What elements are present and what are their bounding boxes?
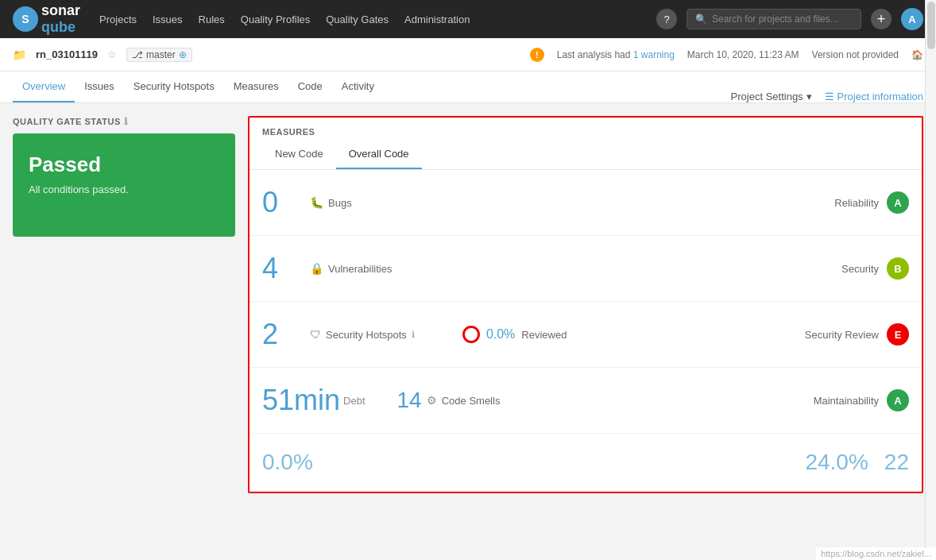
- bottom-pct1: 0.0%: [262, 450, 313, 475]
- topnav: S sonarqube Projects Issues Rules Qualit…: [0, 0, 936, 38]
- project-folder-icon: 📁: [13, 48, 26, 61]
- quality-gate-label: QUALITY GATE STATUS ℹ: [13, 116, 235, 127]
- security-review-grade[interactable]: E: [887, 323, 909, 346]
- topnav-links: Projects Issues Rules Quality Profiles Q…: [99, 14, 470, 25]
- measures-header: MEASURES: [249, 118, 922, 137]
- project-name[interactable]: rn_03101119: [36, 48, 98, 60]
- reliability-label: Reliability: [834, 197, 879, 209]
- project-bar-right: ! Last analysis had 1 warning March 10, …: [530, 48, 923, 62]
- tab-measures[interactable]: Measures: [224, 71, 288, 102]
- nav-administration[interactable]: Administration: [404, 14, 470, 25]
- nav-quality-gates[interactable]: Quality Gates: [326, 14, 389, 25]
- quality-gate-description: All conditions passed.: [29, 183, 219, 195]
- maintainability-grade[interactable]: A: [887, 389, 909, 411]
- quality-gate-status: Passed: [29, 153, 219, 177]
- chevron-down-icon: ▾: [806, 91, 812, 102]
- vuln-label: Vulnerabilities: [328, 263, 392, 275]
- warning-link[interactable]: 1 warning: [633, 49, 675, 60]
- code-smells-label: Code Smells: [442, 395, 501, 407]
- bottom-pct2: 24.0%: [805, 450, 868, 475]
- maintainability-label: Maintainability: [814, 395, 879, 407]
- scrollbar[interactable]: [925, 0, 936, 506]
- branch-icon: ⎇: [132, 49, 143, 60]
- review-pct: 0.0%: [486, 327, 515, 342]
- lock-icon: 🔒: [310, 262, 323, 275]
- analysis-date: March 10, 2020, 11:23 AM: [687, 49, 799, 60]
- tab-issues[interactable]: Issues: [75, 71, 124, 102]
- logo-qube: qube: [41, 19, 80, 36]
- branch-add-icon: ⊕: [179, 49, 187, 60]
- reliability-grade[interactable]: A: [887, 191, 909, 214]
- bottom-num: 22: [884, 450, 909, 475]
- vuln-number[interactable]: 4: [262, 252, 310, 285]
- vuln-label-group: 🔒 Vulnerabilities: [310, 262, 392, 275]
- search-icon: 🔍: [695, 14, 707, 25]
- main-panel: MEASURES New Code Overall Code 0 🐛 Bugs …: [248, 116, 923, 493]
- warning-text: Last analysis had 1 warning: [557, 49, 675, 60]
- tabs-bar-right: Project Settings ▾ ☰ Project information: [731, 91, 923, 102]
- bugs-number[interactable]: 0: [262, 186, 310, 219]
- bug-icon: 🐛: [310, 196, 323, 209]
- hotspots-label: Security Hotspots: [326, 329, 407, 341]
- review-section: 0.0% Reviewed: [462, 326, 567, 343]
- nav-issues[interactable]: Issues: [153, 14, 183, 25]
- security-grade[interactable]: B: [887, 257, 909, 280]
- hotspots-row: 2 🛡 Security Hotspots ℹ 0.0% Reviewed Se…: [249, 302, 922, 368]
- code-smells-number[interactable]: 14: [397, 388, 422, 413]
- list-icon: ☰: [825, 91, 834, 102]
- version-text: Version not provided: [812, 49, 899, 60]
- bugs-right: Reliability A: [834, 191, 909, 214]
- add-button[interactable]: +: [871, 9, 892, 29]
- tab-new-code[interactable]: New Code: [262, 140, 336, 169]
- nav-projects[interactable]: Projects: [99, 14, 137, 25]
- nav-rules[interactable]: Rules: [199, 14, 225, 25]
- project-settings-button[interactable]: Project Settings ▾: [731, 91, 812, 102]
- logo-text: sonarqube: [41, 2, 80, 36]
- bugs-row: 0 🐛 Bugs Reliability A: [249, 170, 922, 236]
- main-content: QUALITY GATE STATUS ℹ Passed All conditi…: [0, 103, 936, 506]
- tab-security-hotspots[interactable]: Security Hotspots: [124, 71, 224, 102]
- project-info-label: Project information: [837, 91, 923, 102]
- scrollbar-thumb[interactable]: [927, 2, 935, 49]
- debt-label: Debt: [343, 395, 365, 407]
- maintainability-row: 51min Debt 14 ⚙ Code Smells Maintainabil…: [249, 368, 922, 434]
- security-review-label: Security Review: [805, 329, 879, 341]
- logo-sonar: sonar: [41, 2, 80, 18]
- hotspots-right: Security Review E: [805, 323, 909, 346]
- sidebar: QUALITY GATE STATUS ℹ Passed All conditi…: [13, 116, 235, 493]
- code-smells-icon: ⚙: [427, 394, 437, 407]
- quality-gate-card: Passed All conditions passed.: [13, 133, 235, 237]
- tab-activity[interactable]: Activity: [332, 71, 384, 102]
- shield-icon: 🛡: [310, 328, 321, 341]
- tabs-bar: Overview Issues Security Hotspots Measur…: [0, 71, 936, 103]
- hotspots-label-group: 🛡 Security Hotspots ℹ: [310, 328, 415, 341]
- vuln-right: Security B: [841, 257, 909, 280]
- bugs-label: Bugs: [328, 197, 352, 209]
- code-smells-section: 14 ⚙ Code Smells: [397, 388, 501, 413]
- code-tabs: New Code Overall Code: [249, 140, 922, 170]
- project-settings-label: Project Settings: [731, 91, 803, 102]
- logo[interactable]: S sonarqube: [13, 2, 80, 36]
- help-button[interactable]: ?: [656, 9, 677, 29]
- tab-code[interactable]: Code: [288, 71, 332, 102]
- tab-overall-code[interactable]: Overall Code: [336, 140, 422, 169]
- search-placeholder: Search for projects and files...: [712, 14, 838, 25]
- logo-icon: S: [13, 6, 38, 32]
- security-label: Security: [841, 263, 879, 275]
- maintainability-right: Maintainability A: [814, 389, 909, 411]
- branch-tag[interactable]: ⎇ master ⊕: [126, 48, 192, 62]
- search-box[interactable]: 🔍 Search for projects and files...: [687, 9, 861, 29]
- hotspots-info-icon: ℹ: [412, 330, 415, 340]
- info-icon: ℹ: [124, 116, 129, 127]
- home-icon[interactable]: 🏠: [911, 49, 923, 60]
- project-info-button[interactable]: ☰ Project information: [825, 91, 923, 102]
- star-icon[interactable]: ☆: [107, 48, 117, 60]
- user-avatar[interactable]: A: [901, 8, 923, 30]
- tab-overview[interactable]: Overview: [13, 71, 75, 102]
- review-circle-icon: [462, 326, 480, 343]
- nav-quality-profiles[interactable]: Quality Profiles: [241, 14, 310, 25]
- topnav-right: ? 🔍 Search for projects and files... + A: [656, 8, 923, 30]
- hotspots-number[interactable]: 2: [262, 318, 310, 351]
- warning-badge: !: [530, 48, 544, 62]
- debt-number[interactable]: 51min: [262, 384, 340, 417]
